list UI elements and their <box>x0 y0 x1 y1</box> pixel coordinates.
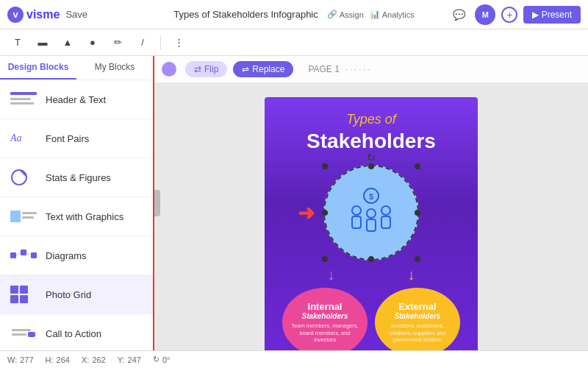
circle-section: ➜ $ <box>298 165 445 261</box>
top-bar-left: v visme Save <box>7 7 87 23</box>
external-title: External <box>381 301 454 312</box>
sidebar-item-diagrams[interactable]: Diagrams <box>0 236 153 275</box>
svg-rect-13 <box>10 286 18 294</box>
svg-rect-25 <box>367 219 376 231</box>
chat-icon-button[interactable]: 💬 <box>448 4 469 25</box>
width-label: W: <box>7 355 17 364</box>
diagrams-label: Diagrams <box>46 250 87 261</box>
rotate-handle[interactable]: ↻ <box>367 152 376 163</box>
svg-rect-14 <box>20 286 28 294</box>
external-desc: Investors, customers, creditors, supplie… <box>381 322 454 344</box>
tab-design-blocks[interactable]: Design Blocks <box>0 56 76 79</box>
diagrams-icon <box>10 245 37 266</box>
sidebar: Design Blocks My Blocks Header & Text Aa… <box>0 56 154 350</box>
internal-title: Internal <box>288 301 362 312</box>
rotation-value: 0° <box>162 355 171 364</box>
internal-card: Internal Stakeholders Team members, mana… <box>282 288 368 350</box>
photo-grid-icon <box>10 284 37 305</box>
y-label: Y: <box>118 355 125 364</box>
collapse-sidebar-button[interactable]: ‹ <box>154 190 160 216</box>
color-swatch[interactable] <box>162 62 176 77</box>
user-avatar[interactable]: M <box>475 4 495 25</box>
x-status: X: 262 <box>82 355 106 364</box>
stats-figures-icon <box>10 167 37 188</box>
svg-rect-6 <box>22 212 37 214</box>
height-status: H: 264 <box>46 355 70 364</box>
status-bar: W: 277 H: 264 X: 262 Y: 247 ↻ 0° <box>0 350 588 368</box>
sidebar-tabs: Design Blocks My Blocks <box>0 56 153 80</box>
save-button[interactable]: Save <box>65 9 87 20</box>
toolbar-separator <box>160 35 161 50</box>
sidebar-item-stats-figures[interactable]: Stats & Figures <box>0 158 153 197</box>
canvas-area: ⇄ Flip ⇌ Replace PAGE 1 · · · · · · ‹ Ty… <box>154 56 588 350</box>
handle-tr <box>415 163 420 169</box>
doc-actions: 🔗 Assign 📊 Analytics <box>327 10 415 19</box>
replace-button[interactable]: ⇌ Replace <box>233 61 293 77</box>
bottom-cards: Internal Stakeholders Team members, mana… <box>276 288 466 350</box>
pen-tool[interactable]: ✏ <box>107 32 128 53</box>
infographic-title-italic: Types of <box>276 112 466 127</box>
top-bar: v visme Save Types of Stakeholders Infog… <box>0 0 588 29</box>
svg-point-22 <box>352 206 361 215</box>
circle-bg: $ <box>323 165 419 261</box>
y-status: Y: 247 <box>118 355 141 364</box>
top-bar-center: Types of Stakeholders Infographic 🔗 Assi… <box>173 9 415 20</box>
photo-grid-label: Photo Grid <box>46 289 91 300</box>
line-tool[interactable]: / <box>132 32 153 53</box>
sidebar-item-header-text[interactable]: Header & Text <box>0 80 153 119</box>
analytics-icon: 📊 <box>370 10 380 19</box>
sidebar-items: Header & Text Aa Font Pairs Stats & Figu… <box>0 80 153 350</box>
triangle-tool[interactable]: ▲ <box>57 32 78 53</box>
circle-tool[interactable]: ● <box>82 32 103 53</box>
assign-icon: 🔗 <box>327 10 337 19</box>
svg-rect-10 <box>31 252 37 258</box>
flip-icon: ⇄ <box>194 64 201 74</box>
width-value: 277 <box>20 355 33 364</box>
add-user-button[interactable]: + <box>501 7 517 23</box>
header-text-icon <box>10 89 37 110</box>
sidebar-item-call-to-action[interactable]: Call to Action <box>0 314 153 350</box>
external-subtitle: Stakeholders <box>381 312 454 320</box>
document-title: Types of Stakeholders Infographic <box>173 9 318 20</box>
internal-desc: Team members, managers, board members, a… <box>288 322 362 344</box>
canvas-toolbar: ⇄ Flip ⇌ Replace PAGE 1 · · · · · · <box>154 56 588 82</box>
internal-subtitle: Stakeholders <box>288 312 362 320</box>
external-card: External Stakeholders Investors, custome… <box>375 288 460 350</box>
analytics-button[interactable]: 📊 Analytics <box>370 10 415 19</box>
svg-text:Aa: Aa <box>10 132 22 144</box>
svg-rect-9 <box>21 250 26 255</box>
x-value: 262 <box>92 355 105 364</box>
x-label: X: <box>82 355 89 364</box>
svg-rect-27 <box>381 216 390 228</box>
text-graphics-label: Text with Graphics <box>46 211 123 222</box>
top-bar-right: 💬 M + ▶ Present <box>448 4 581 25</box>
svg-rect-0 <box>10 92 37 95</box>
assign-button[interactable]: 🔗 Assign <box>327 10 364 19</box>
visme-logo: v visme <box>7 7 60 23</box>
header-text-label: Header & Text <box>46 94 106 105</box>
text-graphics-icon <box>10 206 37 227</box>
infographic-title-bold: Stakeholders <box>276 130 466 153</box>
circle-group[interactable]: $ <box>323 165 419 261</box>
height-label: H: <box>46 355 54 364</box>
sidebar-item-font-pairs[interactable]: Aa Font Pairs <box>0 119 153 158</box>
font-pairs-label: Font Pairs <box>46 133 89 144</box>
red-arrow: ➜ <box>298 200 315 224</box>
width-status: W: 277 <box>7 355 34 364</box>
tab-my-blocks[interactable]: My Blocks <box>76 56 153 79</box>
present-button[interactable]: ▶ Present <box>523 6 581 24</box>
svg-rect-23 <box>352 216 361 228</box>
call-to-action-label: Call to Action <box>46 328 101 339</box>
rotation-status: ↻ 0° <box>153 355 171 364</box>
handle-bl <box>322 256 328 262</box>
text-tool[interactable]: T <box>7 32 28 53</box>
arrow-left: ↓ <box>328 266 335 283</box>
rectangle-tool[interactable]: ▬ <box>32 32 53 53</box>
rotation-icon: ↻ <box>153 355 159 364</box>
flip-button[interactable]: ⇄ Flip <box>185 61 227 77</box>
down-arrows: ↓ ↓ <box>276 266 466 283</box>
sidebar-item-text-graphics[interactable]: Text with Graphics <box>0 197 153 236</box>
sidebar-item-photo-grid[interactable]: Photo Grid <box>0 275 153 314</box>
more-tools-button[interactable]: ⋮ <box>168 32 189 53</box>
svg-rect-1 <box>10 98 31 100</box>
